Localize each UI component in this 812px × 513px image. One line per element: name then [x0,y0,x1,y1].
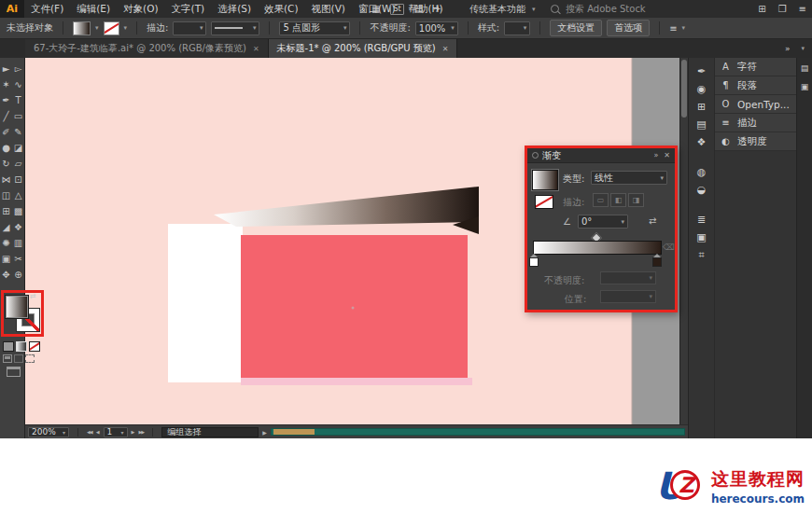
brushes-icon[interactable]: ✒ [692,62,712,80]
arrange-documents-icon[interactable]: ▤ [414,4,423,14]
type-tool[interactable]: T [12,92,24,108]
menu-icon[interactable]: ≡ [799,4,806,14]
opacity-select[interactable]: 100%▾ [415,21,458,35]
color-icon[interactable]: ◍ [692,163,712,181]
building-side-shape[interactable] [168,224,243,382]
layers-icon[interactable]: ≣ [692,211,712,229]
stop-opacity-select[interactable]: ▾ [600,271,656,284]
building-front-shape[interactable] [241,235,468,378]
horizontal-scrollbar[interactable] [271,428,685,436]
share-icon[interactable]: ✈ [433,4,441,14]
blend-tool[interactable]: ❖ [12,219,24,235]
stroke-gradient-within-icon[interactable]: ▭ [593,193,609,207]
dock-panel-stroke[interactable]: ≡ 描边 [715,114,797,132]
color-guide-icon[interactable]: ◒ [692,181,712,199]
style-select[interactable]: ▾ [504,21,530,35]
collapse-panel-icon[interactable]: » [653,151,658,159]
document-setup-button[interactable]: 文档设置 [550,20,602,36]
gradient-stop-end[interactable] [652,254,662,267]
draw-inside-button[interactable] [25,354,35,363]
angle-select[interactable]: 0°▾ [578,215,628,229]
slice-tool[interactable]: ✂ [12,251,24,267]
gradient-type-select[interactable]: 线性▾ [591,171,667,185]
delete-stop-icon[interactable]: ⌫ [663,243,675,252]
gradient-panel-titlebar[interactable]: 渐变 » ✕ [527,148,675,163]
draw-behind-button[interactable] [14,354,23,363]
arrange-windows-icon[interactable]: ❐ [778,4,787,14]
artboard-select[interactable]: 1▾ [104,427,128,437]
preferences-button[interactable]: 首选项 [607,20,650,36]
close-panel-icon[interactable]: ✕ [664,151,670,159]
column-graph-tool[interactable]: ▥ [12,235,24,251]
eraser-tool[interactable]: ◪ [12,140,24,156]
chevron-down-icon[interactable]: ▾ [801,45,805,52]
next-artboard-icon[interactable]: ▶ [132,429,135,435]
gradient-fill-thumbnail[interactable] [532,170,558,190]
stop-position-select[interactable]: ▾ [600,290,656,303]
stroke-color-control[interactable]: ▾ [104,21,128,35]
none-mode-button[interactable] [29,341,40,352]
magic-wand-tool[interactable]: ✶ [0,76,12,92]
adobe-stock-icon[interactable]: St [390,4,403,15]
stroke-weight-select[interactable]: ▾ [173,21,206,35]
gradient-stop-start[interactable] [529,254,539,267]
blob-brush-tool[interactable]: ● [0,140,12,156]
menu-select[interactable]: 选择(S) [211,0,258,18]
collapse-dock-icon[interactable]: » [785,44,791,53]
vertical-scrollbar[interactable] [679,58,688,424]
hand-tool[interactable]: ✥ [0,267,12,283]
horizontal-scroll-thumb[interactable] [273,429,315,435]
tab-close-icon[interactable]: ✕ [442,45,449,53]
document-grid-icon[interactable]: ▦ [371,4,380,14]
artboard-tool[interactable]: ▣ [0,251,12,267]
swatches-mini-icon[interactable]: ▤ [801,63,809,73]
menu-file[interactable]: 文件(F) [24,0,70,18]
search-input[interactable] [564,3,670,15]
asset-export-icon[interactable]: ⌗ [692,246,712,264]
screen-mode-button[interactable] [7,367,21,377]
lasso-tool[interactable]: ∿ [12,76,24,92]
status-expand-icon[interactable]: ▶ [262,429,267,436]
rotate-tool[interactable]: ↻ [0,156,12,172]
stroke-gradient-along-icon[interactable]: ◧ [610,193,626,207]
paintbrush-tool[interactable]: ✐ [0,124,12,140]
variable-width-select[interactable]: ▾ [211,21,259,35]
pencil-tool[interactable]: ✎ [12,124,24,140]
color-mini-icon[interactable]: ▣ [801,82,809,91]
workspace-switcher[interactable]: 传统基本功能 ▾ [469,0,536,18]
gradient-mode-button[interactable] [16,341,27,352]
selection-tool[interactable]: ► [0,61,12,76]
gradient-tool[interactable]: ▩ [12,203,24,219]
align-control[interactable]: ≡ ▾ [669,23,685,34]
prev-artboard-icon[interactable]: ◀ [96,429,100,435]
zoom-select[interactable]: 200%▾ [28,427,69,437]
apps-grid-icon[interactable]: ⊞ [758,4,765,14]
color-mode-button[interactable] [3,341,14,352]
gradient-stroke-thumbnail[interactable] [535,195,553,209]
libraries-icon[interactable]: ▤ [692,116,712,133]
site-url[interactable]: herecours.com [711,492,805,506]
first-artboard-icon[interactable]: ◀◀ [87,429,92,435]
perspective-grid-tool[interactable]: △ [12,187,24,203]
menu-edit[interactable]: 编辑(E) [70,0,117,18]
dock-panel-paragraph[interactable]: ¶ 段落 [715,76,797,95]
document-tab-active[interactable]: 未标题-1* @ 200% (RGB/GPU 预览) ✕ [269,39,458,58]
appearance-icon[interactable]: ◉ [692,80,712,98]
artboards-icon[interactable]: ▣ [692,229,712,246]
eyedropper-tool[interactable]: ◢ [0,219,12,235]
shape-builder-tool[interactable]: ◫ [0,187,12,203]
gradient-slider[interactable] [533,241,662,255]
document-tab-inactive[interactable]: 67-大玲子-建筑临摹.ai* @ 200% (RGB/像素预览) ✕ [25,39,269,58]
width-tool[interactable]: ⋈ [0,172,12,187]
rectangle-tool[interactable]: ▭ [12,108,24,124]
scale-tool[interactable]: ▱ [12,156,24,172]
symbol-sprayer-tool[interactable]: ✺ [0,235,12,251]
building-base-strip[interactable] [241,378,472,385]
menu-type[interactable]: 文字(T) [165,0,212,18]
dock-panel-transparency[interactable]: ◐ 透明度 [715,132,797,151]
line-segment-tool[interactable]: ╱ [0,108,12,124]
last-artboard-icon[interactable]: ▶▶ [138,429,144,435]
mesh-tool[interactable]: ⊞ [0,203,12,219]
zoom-tool[interactable]: ⊕ [12,267,24,283]
menu-effect[interactable]: 效果(C) [258,0,305,18]
